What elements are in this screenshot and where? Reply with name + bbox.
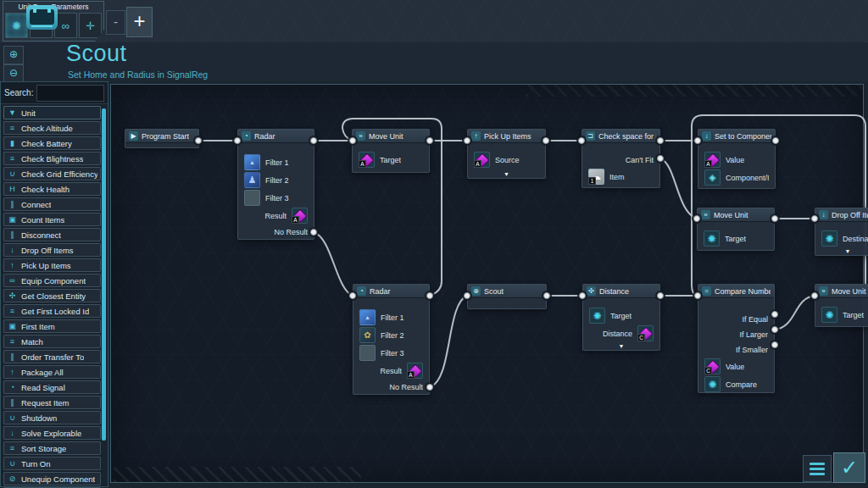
connection-port[interactable] — [771, 311, 778, 318]
value-diamond-icon[interactable]: A — [292, 208, 308, 224]
node-move-unit-3[interactable]: »Move Unit✺Target — [815, 284, 868, 327]
crystal-icon[interactable]: ◈ — [704, 169, 721, 186]
connection-port[interactable] — [579, 292, 586, 299]
connection-port[interactable] — [426, 137, 433, 144]
connection-port[interactable] — [694, 292, 701, 299]
zoom-out-button[interactable]: ⊖ — [3, 64, 24, 83]
empty-icon[interactable] — [359, 345, 376, 361]
sidebar-item-count-items[interactable]: ▣Count Items — [3, 213, 101, 226]
sidebar-item-shutdown[interactable]: ∪Shutdown — [3, 411, 101, 424]
connection-port[interactable] — [772, 137, 779, 144]
value-diamond-icon[interactable]: A — [474, 152, 490, 168]
sidebar-scrollbar-thumb[interactable] — [102, 108, 106, 441]
confirm-button[interactable]: ✓ — [833, 452, 865, 483]
node-distance[interactable]: ✣Distance✺TargetDistanceC▼ — [582, 284, 660, 351]
collapse-button[interactable]: ✛ — [79, 13, 102, 38]
value-diamond-icon[interactable]: C — [637, 325, 654, 341]
add-parameter-button[interactable]: + — [126, 7, 153, 37]
sidebar-item-check-blightness[interactable]: ≡Check Blightness — [3, 152, 101, 165]
sidebar-item-get-first-locked-id[interactable]: ≡Get First Locked Id — [3, 304, 101, 318]
sidebar-item-request-item[interactable]: ∥Request Item — [3, 396, 101, 409]
bug-icon[interactable]: ✺ — [821, 307, 837, 323]
connection-port[interactable] — [693, 215, 700, 222]
node-move-unit-2[interactable]: »Move Unit✺Target — [697, 208, 775, 251]
sidebar-item-turn-on[interactable]: ∪Turn On — [3, 457, 101, 470]
variables-list-button[interactable] — [803, 455, 832, 482]
connection-port[interactable] — [426, 292, 433, 299]
connection-port[interactable] — [657, 137, 664, 144]
connection-port[interactable] — [310, 137, 317, 144]
node-set-to-component[interactable]: ↓Set to ComponentAValue◈Component/Index — [698, 129, 776, 189]
sidebar-item-unit[interactable]: ▼Unit — [3, 106, 101, 119]
connection-port[interactable] — [195, 137, 202, 144]
connection-port[interactable] — [543, 292, 550, 299]
node-move-unit-1[interactable]: »Move UnitATarget — [352, 129, 430, 173]
sidebar-item-drop-off-items[interactable]: ↓Drop Off Items — [3, 243, 101, 257]
sidebar-item-get-closest-entity[interactable]: ✣Get Closest Entity — [3, 289, 101, 302]
node-radar-1[interactable]: ◔Radar▲Filter 1♟Filter 2Filter 3ResultAN… — [237, 129, 314, 240]
chain-button[interactable]: ∞ — [54, 13, 77, 38]
sidebar-item-check-grid-efficiency[interactable]: ∪Check Grid Efficiency — [3, 167, 101, 180]
sidebar-item-match[interactable]: ≡Match — [3, 335, 101, 348]
value-diamond-icon[interactable]: A — [407, 363, 423, 379]
img-landscape-icon[interactable]: ▲ — [359, 309, 376, 325]
zoom-in-button[interactable]: ⊕ — [3, 46, 24, 64]
connection-port[interactable] — [771, 326, 778, 333]
node-drop-off-item[interactable]: ↓Drop Off Item✺Destinatio▼ — [815, 208, 868, 256]
bug-icon[interactable]: ✺ — [704, 376, 721, 392]
node-radar-2[interactable]: ◔Radar▲Filter 1✿Filter 2Filter 3ResultAN… — [353, 284, 430, 395]
connection-port[interactable] — [578, 137, 585, 144]
bug-icon[interactable]: ✺ — [821, 230, 837, 247]
connection-port[interactable] — [771, 341, 778, 348]
sidebar-item-solve-explorable[interactable]: ↓Solve Explorable — [3, 426, 101, 440]
connection-port[interactable] — [349, 292, 356, 299]
expand-arrow-icon[interactable]: ▼ — [845, 248, 851, 254]
sidebar-item-equip-component[interactable]: ∞Equip Component — [3, 274, 101, 287]
value-diamond-icon[interactable]: C — [704, 358, 721, 374]
sidebar-item-check-health[interactable]: HCheck Health — [3, 182, 101, 196]
connection-port[interactable] — [811, 292, 818, 299]
img-moth-icon[interactable]: ✿ — [359, 327, 376, 343]
node-check-space-for-item[interactable]: ⊐Check space for itemCan't Fit☁1Item — [581, 129, 660, 188]
connection-port[interactable] — [694, 137, 701, 144]
sidebar-item-unequip-component[interactable]: ⊘Unequip Component — [3, 472, 101, 485]
sidebar-item-check-battery[interactable]: ▮Check Battery — [3, 136, 101, 150]
sidebar-item-disconnect[interactable]: ∥Disconnect — [3, 228, 101, 241]
remove-parameter-button[interactable]: - — [106, 10, 125, 35]
connection-port[interactable] — [542, 137, 549, 144]
sidebar-item-connect[interactable]: ∥Connect — [3, 197, 101, 211]
sidebar-item-order-transfer-to[interactable]: ∥Order Transfer To — [3, 350, 101, 363]
sidebar-item-pick-up-items[interactable]: ↑Pick Up Items — [3, 258, 101, 272]
unit-signal-button[interactable]: ✺ — [5, 13, 28, 38]
connection-port[interactable] — [811, 215, 818, 222]
value-diamond-icon[interactable]: A — [359, 152, 375, 168]
empty-icon[interactable] — [244, 190, 260, 206]
connection-port[interactable] — [349, 137, 356, 144]
expand-arrow-icon[interactable]: ▼ — [504, 171, 509, 177]
connection-port[interactable] — [464, 292, 470, 299]
connection-port[interactable] — [310, 229, 317, 236]
img-landscape-icon[interactable]: ▲ — [244, 154, 260, 170]
sidebar-item-package-all[interactable]: ↑Package All — [3, 365, 101, 379]
value-diamond-icon[interactable]: A — [704, 152, 721, 168]
sheep-icon[interactable]: ☁1 — [588, 169, 604, 185]
connection-port[interactable] — [657, 155, 664, 162]
sidebar-item-read-signal[interactable]: ◔Read Signal — [3, 380, 101, 394]
connection-port[interactable] — [234, 137, 241, 144]
img-figure-icon[interactable]: ♟ — [244, 172, 260, 188]
sidebar-item-first-item[interactable]: ▣First Item — [3, 319, 101, 333]
bug-icon[interactable]: ✺ — [589, 308, 605, 324]
expand-arrow-icon[interactable]: ▼ — [619, 343, 625, 349]
node-program-start[interactable]: ▶Program Start — [125, 129, 199, 148]
connection-port[interactable] — [771, 215, 778, 222]
node-compare-number[interactable]: =Compare NumberIf EqualIf LargerIf Small… — [698, 284, 775, 393]
node-pick-up-items[interactable]: ↑Pick Up ItemsASource▼ — [467, 129, 546, 179]
connection-port[interactable] — [426, 384, 433, 391]
node-scout[interactable]: ⊗Scout — [467, 284, 547, 309]
sidebar-item-sort-storage[interactable]: ≡Sort Storage — [3, 441, 101, 455]
connection-port[interactable] — [464, 137, 470, 144]
sidebar-item-check-altitude[interactable]: ≡Check Altitude — [3, 121, 101, 135]
connection-port[interactable] — [657, 292, 664, 299]
search-input[interactable] — [36, 85, 104, 102]
bug-icon[interactable]: ✺ — [704, 230, 720, 247]
